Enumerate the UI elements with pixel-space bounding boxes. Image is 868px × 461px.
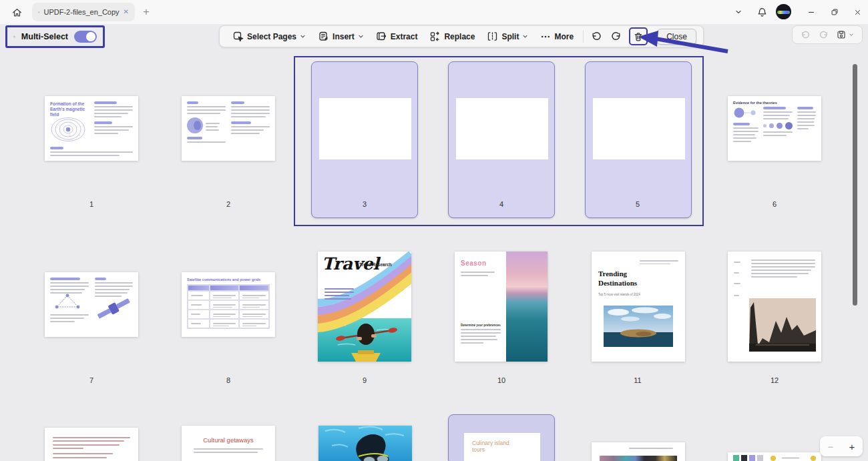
redo-button-disabled[interactable]	[819, 30, 829, 40]
page-thumbnail-14[interactable]: Cultural getaways	[182, 426, 275, 461]
page-11-subtitle: Top 5 must-visit islands of 2024	[598, 293, 678, 296]
page-thumbnail-1[interactable]: Formation of the Earth's magnetic field	[45, 96, 138, 161]
page-thumbnail-11[interactable]: Trending Destinations Top 5 must-visit i…	[592, 252, 685, 362]
save-icon	[836, 29, 847, 40]
page-thumbnail-16[interactable]: Culinary island tours	[448, 414, 555, 461]
window-close-icon	[853, 8, 862, 17]
trash-icon	[633, 31, 644, 42]
triangle-diagram	[50, 294, 85, 310]
toolbar-divider	[583, 31, 584, 43]
page-content-preview	[187, 101, 270, 143]
satellite-illustration	[95, 297, 132, 320]
blank-page-preview	[593, 98, 685, 159]
chevron-down-icon	[849, 32, 854, 37]
replace-button[interactable]: Replace	[423, 26, 481, 47]
redo-icon	[610, 31, 622, 42]
document-tab[interactable]: UPDF-2-files_en_Copy ✕	[32, 3, 135, 21]
page-thumbnail-9[interactable]: Travel Trend Research	[318, 252, 411, 362]
underwater-photo	[318, 426, 412, 461]
account-chevron-button[interactable]	[732, 7, 745, 17]
redo-button[interactable]	[606, 26, 626, 47]
window-close-button[interactable]	[849, 5, 865, 19]
page-content-preview	[733, 455, 816, 461]
insert-button[interactable]: Insert	[312, 26, 370, 47]
page-thumbnail-4[interactable]	[448, 61, 555, 218]
chevron-down-icon	[522, 33, 528, 39]
close-button[interactable]: Close	[657, 29, 696, 45]
chevron-down-icon	[358, 33, 364, 39]
split-icon	[487, 31, 498, 42]
page-table-preview	[187, 284, 270, 329]
page-thumbnail-7[interactable]	[45, 272, 138, 337]
home-button[interactable]	[7, 3, 27, 21]
user-avatar[interactable]	[776, 4, 791, 19]
page-thumbnail-12[interactable]	[728, 252, 821, 362]
minimize-button[interactable]	[803, 5, 819, 19]
page-content-preview: Season Determine your preferences	[455, 252, 506, 362]
page-14-title: Cultural getaways	[190, 436, 267, 444]
page-thumbnail-5[interactable]	[585, 61, 692, 218]
page-content-preview	[600, 448, 677, 461]
redo-icon	[819, 30, 829, 40]
page-thumbnail-8[interactable]: Satellite communications and power grids	[182, 272, 275, 337]
minimize-icon	[807, 7, 816, 17]
chevron-down-icon	[300, 33, 306, 39]
page-content-preview	[734, 258, 815, 296]
page-thumbnail-17[interactable]	[592, 442, 685, 461]
page-content-preview	[733, 107, 816, 142]
multi-select-panel: Multi-Select	[5, 25, 105, 48]
page-content-preview	[324, 286, 354, 300]
page-number-7: 7	[75, 376, 108, 384]
page-number-5: 5	[621, 200, 654, 208]
magnetic-field-diagram	[50, 117, 86, 141]
zoom-out-button[interactable]: −	[828, 441, 834, 452]
help-icon	[13, 31, 15, 42]
pages-toolbar: Select Pages Insert Extract Replace	[219, 25, 704, 47]
blank-page-preview	[456, 98, 548, 159]
new-tab-button[interactable]: +	[139, 5, 154, 19]
save-button[interactable]	[836, 29, 854, 40]
restore-button[interactable]	[827, 5, 843, 19]
page-11-title: Trending Destinations	[598, 270, 658, 288]
tab-close-icon[interactable]: ✕	[124, 9, 129, 15]
replace-icon	[429, 31, 441, 42]
orbit-diagram	[733, 107, 758, 119]
select-pages-button[interactable]: Select Pages	[226, 26, 312, 47]
extract-button[interactable]: Extract	[370, 26, 424, 47]
page-number-4: 4	[485, 200, 518, 208]
delete-pages-button[interactable]	[629, 27, 648, 45]
insert-icon	[318, 31, 329, 42]
page-number-11: 11	[621, 376, 654, 384]
page-9-subtitle: Trend Research	[359, 262, 392, 267]
split-button[interactable]: Split	[481, 26, 534, 47]
undo-button[interactable]	[587, 26, 606, 47]
page-thumbnail-10[interactable]: Season Determine your preferences	[455, 252, 548, 362]
blank-page-preview	[319, 98, 411, 159]
more-button[interactable]: More	[534, 26, 580, 47]
toggle-knob	[86, 32, 95, 41]
page-thumbnail-6[interactable]: Evidence for the theories	[728, 96, 821, 161]
page-number-1: 1	[75, 200, 108, 208]
page-number-6: 6	[758, 200, 791, 208]
page-number-3: 3	[348, 200, 381, 208]
multi-select-toggle[interactable]	[74, 31, 97, 43]
sea-stacks-photo	[749, 298, 816, 352]
chevron-down-icon	[734, 8, 742, 16]
page-thumbnail-13[interactable]	[45, 428, 138, 461]
undo-icon	[591, 31, 602, 42]
notifications-button[interactable]	[755, 5, 769, 19]
page-content-preview	[190, 448, 267, 453]
updf-page-organizer: UPDF-2-files_en_Copy ✕ + Multi	[0, 0, 868, 461]
page-number-8: 8	[212, 376, 245, 384]
restore-icon	[830, 7, 839, 17]
zoom-in-button[interactable]: +	[849, 441, 855, 452]
island-photo	[604, 306, 673, 347]
scrollbar-thumb[interactable]	[853, 64, 857, 306]
page-6-title: Evidence for the theories	[733, 101, 816, 105]
page-thumbnail-2[interactable]	[182, 96, 275, 161]
page-thumbnail-18[interactable]	[728, 452, 821, 461]
page-thumbnail-15[interactable]	[318, 426, 412, 461]
page-number-2: 2	[212, 200, 245, 208]
page-thumbnail-3[interactable]	[311, 61, 418, 218]
undo-button-disabled[interactable]	[801, 30, 811, 40]
